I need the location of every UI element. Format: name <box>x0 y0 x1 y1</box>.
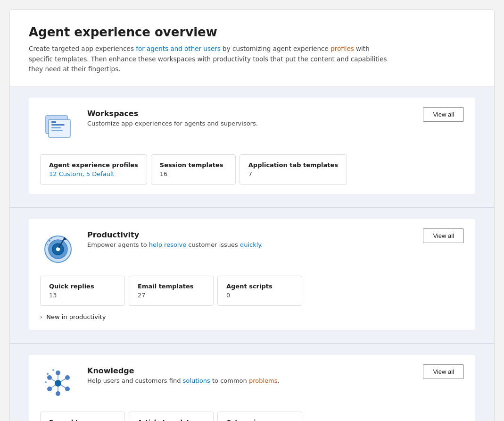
svg-point-9 <box>56 247 60 251</box>
productivity-cards-row: Quick replies 13 Email templates 27 Agen… <box>40 276 464 306</box>
svg-point-23 <box>47 375 52 380</box>
session-templates-value: 16 <box>160 170 227 177</box>
agent-scripts-card[interactable]: Agent scripts 0 <box>217 276 302 306</box>
categories-title: Categories <box>226 419 293 421</box>
page-container: Agent experience overview Create targete… <box>9 9 495 421</box>
knowledge-title: Knowledge <box>87 366 280 375</box>
svg-rect-5 <box>51 121 56 123</box>
productivity-header: Productivity Empower agents to help reso… <box>40 228 464 266</box>
email-templates-card[interactable]: Email templates 27 <box>129 276 214 306</box>
svg-point-24 <box>47 387 52 391</box>
productivity-section: Productivity Empower agents to help reso… <box>10 208 494 344</box>
knowledge-svg <box>40 364 78 402</box>
workspaces-svg <box>40 107 78 145</box>
article-templates-card[interactable]: Article templates 0 <box>129 412 214 421</box>
app-tab-templates-card[interactable]: Application tab templates 7 <box>240 154 347 185</box>
workspaces-inner: Workspaces Customize app experiences for… <box>29 98 475 194</box>
record-types-title: Record types <box>49 419 116 421</box>
workspaces-cards-row: Agent experience profiles 12 Custom, 5 D… <box>40 154 464 185</box>
new-in-productivity-label: New in productivity <box>46 313 106 320</box>
app-tab-templates-title: Application tab templates <box>248 161 338 168</box>
workspaces-title: Workspaces <box>87 109 258 118</box>
agent-scripts-title: Agent scripts <box>226 283 293 290</box>
knowledge-view-all-button[interactable]: View all <box>423 364 464 379</box>
productivity-left: Productivity Empower agents to help reso… <box>40 228 263 266</box>
productivity-subtitle: Empower agents to help resolve customer … <box>87 241 263 248</box>
chevron-right-icon: › <box>40 313 42 320</box>
workspaces-text: Workspaces Customize app experiences for… <box>87 107 258 127</box>
agent-experience-profiles-title: Agent experience profiles <box>49 161 138 168</box>
productivity-title: Productivity <box>87 230 263 239</box>
svg-point-21 <box>65 375 70 380</box>
svg-rect-3 <box>51 127 61 128</box>
knowledge-cards-row: Record types Case, Conversation Article … <box>40 412 464 421</box>
knowledge-icon <box>40 364 78 402</box>
svg-rect-2 <box>51 124 65 126</box>
session-templates-card[interactable]: Session templates 16 <box>151 154 236 185</box>
problems-link[interactable]: problems <box>249 377 278 384</box>
knowledge-header: Knowledge Help users and customers find … <box>40 364 464 402</box>
svg-point-28 <box>45 381 47 383</box>
workspaces-view-all-button[interactable]: View all <box>423 107 464 122</box>
categories-card[interactable]: Categories 4 <box>217 412 302 421</box>
svg-point-13 <box>47 244 49 245</box>
page-title: Agent experience overview <box>29 25 475 39</box>
svg-point-26 <box>56 391 60 396</box>
app-tab-templates-value: 7 <box>248 170 338 177</box>
page-description: Create targeted app experiences for agen… <box>29 44 387 75</box>
agent-scripts-value: 0 <box>226 292 293 299</box>
session-templates-title: Session templates <box>160 161 227 168</box>
knowledge-subtitle: Help users and customers find solutions … <box>87 377 280 384</box>
svg-point-12 <box>49 240 50 242</box>
article-templates-title: Article templates <box>138 419 205 421</box>
svg-point-14 <box>51 237 52 238</box>
productivity-view-all-button[interactable]: View all <box>423 228 464 243</box>
productivity-icon <box>40 228 78 266</box>
agent-experience-profiles-card[interactable]: Agent experience profiles 12 Custom, 5 D… <box>40 154 147 185</box>
workspaces-subtitle: Customize app experiences for agents and… <box>87 120 258 127</box>
svg-point-22 <box>65 387 70 391</box>
svg-point-27 <box>55 380 61 387</box>
knowledge-text: Knowledge Help users and customers find … <box>87 364 280 384</box>
svg-point-25 <box>56 370 60 375</box>
record-types-card[interactable]: Record types Case, Conversation <box>40 412 125 421</box>
profiles-link[interactable]: profiles <box>330 45 354 52</box>
knowledge-inner: Knowledge Help users and customers find … <box>29 355 475 421</box>
workspaces-section: Workspaces Customize app experiences for… <box>10 86 494 208</box>
workspaces-left: Workspaces Customize app experiences for… <box>40 107 258 145</box>
knowledge-left: Knowledge Help users and customers find … <box>40 364 280 402</box>
email-templates-title: Email templates <box>138 283 205 290</box>
help-resolve-link[interactable]: help resolve <box>149 241 186 248</box>
header-section: Agent experience overview Create targete… <box>10 10 494 86</box>
svg-point-29 <box>47 373 49 375</box>
productivity-inner: Productivity Empower agents to help reso… <box>29 219 475 330</box>
email-templates-value: 27 <box>138 292 205 299</box>
workspaces-header: Workspaces Customize app experiences for… <box>40 107 464 145</box>
quickly-link[interactable]: quickly <box>240 241 261 248</box>
svg-point-30 <box>52 369 54 371</box>
productivity-svg <box>40 228 78 266</box>
solutions-link[interactable]: solutions <box>183 377 210 384</box>
for-agents-link[interactable]: for agents and other users <box>136 45 221 52</box>
quick-replies-value: 13 <box>49 292 116 299</box>
new-in-productivity-row[interactable]: › New in productivity <box>40 313 464 320</box>
knowledge-section: Knowledge Help users and customers find … <box>10 344 494 421</box>
quick-replies-card[interactable]: Quick replies 13 <box>40 276 125 306</box>
quick-replies-title: Quick replies <box>49 283 116 290</box>
agent-experience-profiles-value: 12 Custom, 5 Default <box>49 170 138 177</box>
svg-rect-4 <box>51 130 63 131</box>
productivity-text: Productivity Empower agents to help reso… <box>87 228 263 248</box>
workspaces-icon <box>40 107 78 145</box>
